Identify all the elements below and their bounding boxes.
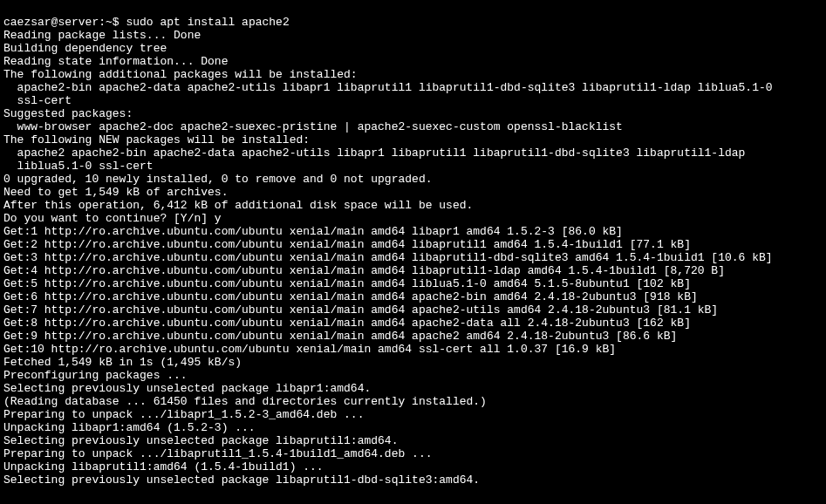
output-line: Get:6 http://ro.archive.ubuntu.com/ubunt…: [3, 290, 823, 303]
output-line: apache2 apache2-bin apache2-data apache2…: [3, 146, 823, 160]
output-line: Get:1 http://ro.archive.ubuntu.com/ubunt…: [3, 225, 823, 238]
prompt-user-host: caezsar@server: [3, 16, 99, 29]
output-line: liblua5.1-0 ssl-cert: [3, 160, 823, 173]
output-line: Get:4 http://ro.archive.ubuntu.com/ubunt…: [3, 264, 823, 277]
output-line: Get:8 http://ro.archive.ubuntu.com/ubunt…: [3, 317, 823, 330]
output-line: (Reading database ... 61450 files and di…: [3, 395, 823, 408]
output-line: Fetched 1,549 kB in 1s (1,495 kB/s): [3, 356, 823, 369]
output-line: Get:5 http://ro.archive.ubuntu.com/ubunt…: [3, 277, 823, 290]
output-line: www-browser apache2-doc apache2-suexec-p…: [3, 120, 823, 133]
output-line: Preparing to unpack .../libaprutil1_1.5.…: [3, 447, 823, 460]
prompt-line: caezsar@server:~$ sudo apt install apach…: [3, 16, 823, 29]
output-line: Selecting previously unselected package …: [3, 473, 823, 487]
output-line: Preconfiguring packages ...: [3, 369, 823, 382]
output-line: Do you want to continue? [Y/n] y: [3, 212, 823, 225]
output-line: Selecting previously unselected package …: [3, 382, 823, 395]
prompt-path: ~: [106, 16, 113, 29]
output-line: apache2-bin apache2-data apache2-utils l…: [3, 81, 823, 94]
output-line: Preparing to unpack .../libapr1_1.5.2-3_…: [3, 408, 823, 421]
output-line: The following additional packages will b…: [3, 68, 823, 81]
output-line: Get:9 http://ro.archive.ubuntu.com/ubunt…: [3, 330, 823, 343]
output-line: ssl-cert: [3, 94, 823, 107]
output-line: Get:10 http://ro.archive.ubuntu.com/ubun…: [3, 343, 823, 356]
output-line: Reading state information... Done: [3, 55, 823, 68]
output-line: Selecting previously unselected package …: [3, 434, 823, 447]
output-line: Reading package lists... Done: [3, 29, 823, 42]
output-line: Unpacking libaprutil1:amd64 (1.5.4-1buil…: [3, 460, 823, 473]
output-line: Get:3 http://ro.archive.ubuntu.com/ubunt…: [3, 251, 823, 264]
output-line: 0 upgraded, 10 newly installed, 0 to rem…: [3, 173, 823, 186]
output-line: Unpacking libapr1:amd64 (1.5.2-3) ...: [3, 421, 823, 434]
terminal-window[interactable]: caezsar@server:~$ sudo apt install apach…: [0, 0, 826, 502]
command-text: sudo apt install apache2: [126, 16, 289, 29]
output-line: Suggested packages:: [3, 107, 823, 120]
output-line: Building dependency tree: [3, 42, 823, 55]
output-line: After this operation, 6,412 kB of additi…: [3, 199, 823, 212]
output-line: Need to get 1,549 kB of archives.: [3, 186, 823, 199]
output-line: The following NEW packages will be insta…: [3, 133, 823, 146]
prompt-symbol: $: [113, 16, 119, 29]
output-line: Get:7 http://ro.archive.ubuntu.com/ubunt…: [3, 303, 823, 317]
output-line: Get:2 http://ro.archive.ubuntu.com/ubunt…: [3, 238, 823, 251]
